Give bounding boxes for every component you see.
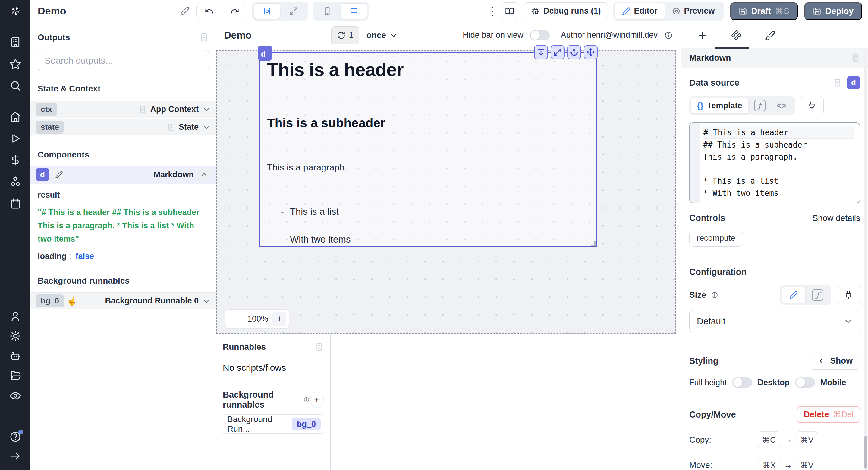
zoom-in-button[interactable]: + — [273, 312, 286, 326]
data-source-d-badge[interactable]: d — [847, 76, 860, 89]
outputs-doc-icon[interactable] — [199, 33, 209, 42]
tab-preview-label: Preview — [684, 6, 715, 16]
recompute-button[interactable]: recompute — [689, 230, 743, 247]
tab-preview[interactable]: Preview — [665, 3, 722, 19]
runs-play-icon[interactable] — [9, 133, 22, 145]
windmill-logo-icon[interactable] — [0, 0, 30, 22]
fixed-width-button[interactable] — [254, 3, 280, 19]
code-line[interactable]: This is a paragraph. — [703, 151, 857, 163]
add-bg-runnable-button[interactable]: + — [310, 391, 324, 408]
result-value[interactable]: "# This is a header ## This is a subhead… — [38, 206, 209, 245]
size-static-pencil-button[interactable] — [781, 287, 806, 303]
code-mode-button[interactable]: <> — [771, 101, 793, 110]
docs-book-button[interactable] — [501, 2, 518, 20]
settings-gear-icon[interactable] — [9, 330, 22, 342]
bg-runnable-card[interactable]: Background Run... bg_0 — [223, 414, 325, 434]
output-row-state[interactable]: state State — [30, 119, 216, 136]
zoom-out-button[interactable]: − — [227, 312, 243, 326]
size-function-button[interactable]: ƒ — [806, 287, 830, 303]
expand-down-handle-icon[interactable] — [534, 45, 548, 59]
full-height-toggle[interactable] — [733, 377, 752, 388]
app-canvas[interactable]: d Th — [216, 50, 676, 334]
template-mode-button[interactable]: {} Template — [691, 98, 749, 114]
function-mode-button[interactable]: ƒ — [749, 100, 771, 111]
author-info-icon[interactable] — [664, 31, 673, 39]
bg-runnables-bottom-title: Background runnables — [223, 390, 302, 410]
canvas-app-title: Demo — [224, 30, 252, 41]
size-select[interactable]: Default — [689, 310, 860, 332]
bg-runnables-info-icon[interactable] — [304, 396, 310, 403]
component-doc-icon[interactable] — [851, 53, 860, 62]
delete-button[interactable]: Delete ⌘Del — [797, 406, 860, 423]
fullscreen-handle-icon[interactable] — [551, 45, 564, 59]
size-info-icon[interactable] — [711, 291, 718, 299]
component-collapse-button[interactable] — [197, 168, 211, 181]
folders-icon[interactable] — [9, 370, 22, 382]
resize-handle[interactable] — [591, 241, 595, 246]
expand-rail-arrow-icon[interactable] — [9, 450, 22, 462]
bg-runnable-row[interactable]: bg_0 ☝ Background Runnable 0 — [30, 292, 216, 309]
tab-component-settings[interactable] — [719, 22, 753, 48]
refresh-button[interactable]: 1 — [331, 26, 359, 45]
connect-plug-button[interactable] — [800, 96, 824, 115]
hide-bar-toggle[interactable] — [530, 30, 550, 40]
desktop-view-button[interactable] — [341, 3, 367, 19]
schedules-calendar-icon[interactable] — [9, 198, 22, 210]
runnables-title: Runnables — [223, 342, 266, 352]
debug-runs-button[interactable]: Debug runs (1) — [524, 2, 608, 20]
bg0-chevron-down-icon[interactable] — [202, 297, 211, 305]
help-notification-dot — [19, 430, 23, 434]
full-width-button[interactable] — [280, 3, 307, 19]
mobile-view-button[interactable] — [314, 3, 341, 19]
undo-button[interactable] — [196, 2, 222, 20]
tab-styling-brush[interactable] — [753, 22, 787, 48]
code-line[interactable] — [703, 163, 857, 175]
ctx-chevron-down-icon[interactable] — [202, 105, 211, 114]
code-line[interactable]: ## This is a subheader — [703, 139, 857, 151]
markdown-component[interactable]: d Th — [259, 52, 597, 247]
component-edit-pencil-icon[interactable] — [53, 168, 65, 181]
data-source-doc-icon[interactable] — [833, 78, 842, 87]
output-row-ctx[interactable]: ctx App Context — [30, 101, 216, 118]
desktop-toggle[interactable] — [795, 377, 815, 388]
outputs-panel: Outputs State & Context ctx App Context … — [30, 22, 216, 470]
workers-bot-icon[interactable] — [9, 350, 22, 362]
resources-boxes-icon[interactable] — [9, 176, 22, 188]
home-icon[interactable] — [9, 111, 22, 123]
more-menu-button[interactable]: ⋮ — [484, 5, 501, 17]
search-outputs-input[interactable] — [44, 56, 202, 66]
component-row-d[interactable]: d Markdown — [30, 166, 216, 184]
rename-pencil-icon[interactable] — [180, 6, 190, 16]
runnables-doc-icon[interactable] — [315, 343, 324, 351]
component-id-tag[interactable]: d — [258, 46, 272, 61]
tab-insert-component[interactable] — [686, 22, 719, 48]
code-line[interactable]: * This is a list — [703, 175, 857, 187]
right-scrollbar-track[interactable] — [864, 50, 867, 470]
users-icon[interactable] — [9, 310, 22, 322]
redo-button[interactable] — [222, 2, 247, 20]
markdown-list: This is a list With two items — [267, 206, 590, 245]
anchor-handle-icon[interactable] — [567, 45, 581, 59]
styling-show-button[interactable]: Show — [810, 352, 860, 370]
audit-eye-icon[interactable] — [9, 390, 22, 402]
code-line[interactable]: * With two items — [703, 187, 857, 199]
tab-editor[interactable]: Editor — [615, 3, 665, 19]
template-code-editor[interactable]: # This is a header ## This is a subheade… — [689, 122, 860, 203]
size-plug-button[interactable] — [837, 286, 860, 304]
search-icon[interactable] — [9, 80, 22, 92]
deploy-button[interactable]: Deploy — [804, 2, 862, 20]
code-line[interactable]: # This is a header — [703, 126, 854, 139]
favorites-star-icon[interactable] — [9, 58, 22, 70]
frequency-dropdown[interactable]: once — [367, 30, 398, 40]
right-scrollbar-thumb[interactable] — [864, 436, 867, 469]
show-details-link[interactable]: Show details — [812, 213, 860, 223]
loading-value[interactable]: false — [76, 252, 94, 261]
help-icon[interactable] — [9, 431, 22, 443]
variables-dollar-icon[interactable] — [9, 154, 22, 166]
draft-button[interactable]: Draft ⌘S — [730, 2, 798, 20]
state-chevron-down-icon[interactable] — [202, 123, 211, 131]
editor-gutter — [690, 123, 700, 203]
move-handle-icon[interactable] — [584, 45, 598, 59]
workspace-icon[interactable] — [9, 36, 22, 48]
copymove-title: Copy/Move — [689, 410, 736, 420]
